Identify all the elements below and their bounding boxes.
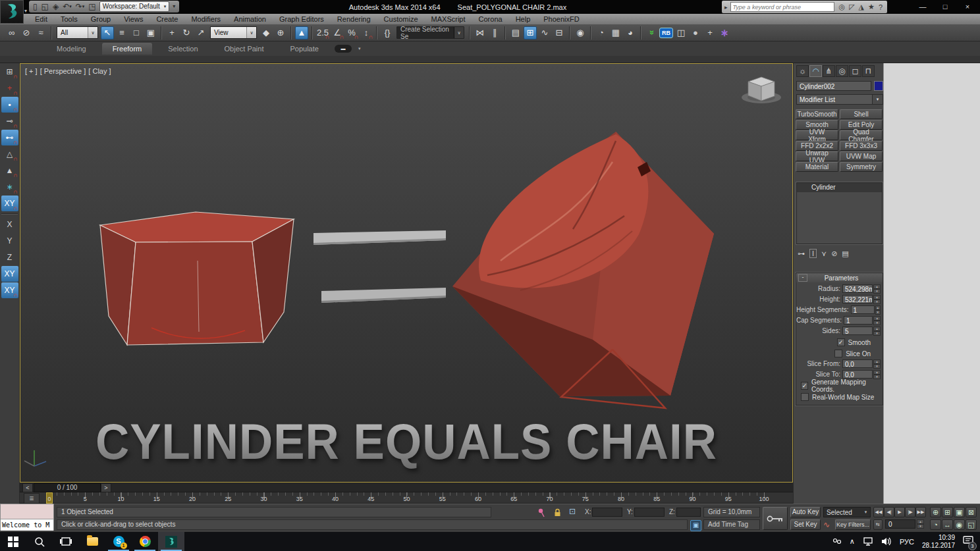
sides-field[interactable]: 5 <box>842 327 873 335</box>
menu-rendering[interactable]: Rendering <box>331 14 377 24</box>
go-to-end-button[interactable]: ▶▶ <box>915 507 926 517</box>
command-tab-motion[interactable]: ◎ <box>836 65 848 77</box>
absolute-offset-toggle[interactable]: ⊡ <box>569 507 576 516</box>
play-animation-button[interactable]: ▶ <box>894 507 905 517</box>
height-segments-field[interactable]: 1 <box>851 305 875 314</box>
axis-constraint-xy-button[interactable]: XY <box>1 266 18 282</box>
next-frame-button[interactable]: |▶ <box>905 507 915 517</box>
sides-spinner[interactable]: ▴▾ <box>873 327 881 335</box>
ribbon-tab-modeling[interactable]: Modeling <box>46 43 97 55</box>
light-lister-button[interactable]: ◫ <box>674 26 688 39</box>
project-folder-icon[interactable]: ◳ <box>88 1 95 13</box>
chrome-button[interactable] <box>132 532 158 551</box>
time-tag-cube-icon[interactable]: ▣ <box>690 520 701 531</box>
search-icon[interactable]: ◎ <box>837 3 848 11</box>
height-segments-spinner[interactable]: ▴▾ <box>875 305 881 314</box>
pin-stack-icon[interactable]: ⊶ <box>798 249 805 258</box>
render-setup-button[interactable]: ◔ <box>595 26 608 39</box>
collapse-icon[interactable]: - <box>798 274 807 282</box>
close-button[interactable]: × <box>956 0 979 13</box>
rendered-frame-window-button[interactable]: ▦ <box>609 26 622 39</box>
ribbon-tab-populate[interactable]: Populate <box>279 43 329 55</box>
axis-constraint-z-button[interactable]: Z <box>1 249 18 265</box>
menu-edit[interactable]: Edit <box>29 14 53 24</box>
bind-to-space-warp-button[interactable]: ≈ <box>34 26 47 39</box>
snap-endpoint-button[interactable]: ⊸∩ <box>1 113 18 129</box>
slice-from-field[interactable]: 0,0 <box>842 359 873 368</box>
orbit-button[interactable]: ◉ <box>954 519 965 530</box>
select-and-scale-button[interactable]: ↗ <box>194 26 207 39</box>
modifier-uvw-xform-button[interactable]: UVW Xform <box>796 130 838 140</box>
new-file-icon[interactable]: ▯ <box>33 1 38 13</box>
language-indicator[interactable]: РУС <box>900 538 914 546</box>
snaps-toggle-button[interactable]: 2.5∩ <box>316 26 329 39</box>
snap-frozen-button[interactable]: ∗∩ <box>1 179 18 195</box>
snap-face-button[interactable]: △∩ <box>1 146 18 162</box>
unlink-selection-button[interactable]: ⊘ <box>20 26 33 39</box>
chevron-down-icon[interactable]: ▾ <box>358 46 361 51</box>
go-to-start-button[interactable]: ◀◀ <box>873 507 884 517</box>
schematic-view-button[interactable]: ⊟ <box>553 26 566 39</box>
ribbon-tab-object-paint[interactable]: Object Paint <box>214 43 275 55</box>
modifier-quad-chamfer-button[interactable]: Quad Chamfer <box>840 130 883 140</box>
perspective-viewport[interactable]: [ + ] [ Perspective ] [ Clay ] <box>20 63 793 483</box>
configure-modifier-sets-icon[interactable]: ▤ <box>842 249 848 258</box>
command-tab-utilities[interactable]: ⊓ <box>862 65 875 77</box>
percent-snap-button[interactable]: %∩ <box>345 26 358 39</box>
menu-help[interactable]: Help <box>510 14 537 24</box>
radius-field[interactable]: 524,298m <box>842 284 873 293</box>
start-button[interactable] <box>0 532 26 551</box>
cap-segments-field[interactable]: 1 <box>844 316 873 325</box>
favorites-icon[interactable]: ★ <box>866 3 877 11</box>
radius-spinner[interactable]: ▴▾ <box>873 284 881 293</box>
menu-corona[interactable]: Corona <box>473 14 508 24</box>
angle-snap-button[interactable]: ∠∩ <box>331 26 344 39</box>
next-frame-arrow[interactable]: > <box>101 483 111 492</box>
save-file-icon[interactable]: ◈ <box>53 1 59 13</box>
height-spinner[interactable]: ▴▾ <box>873 295 881 303</box>
selection-filter-dropdown[interactable]: All∨ <box>57 26 98 39</box>
menu-phoenixfd[interactable]: PhoenixFD <box>537 14 585 24</box>
toolbar-options-chevron-icon[interactable]: ▾ <box>173 1 175 13</box>
snap-xy-button[interactable]: XY∩ <box>1 196 18 211</box>
rollout-header[interactable]: - Parameters <box>796 273 883 282</box>
show-end-result-icon[interactable]: I <box>809 249 817 258</box>
maximize-button[interactable]: □ <box>934 0 956 13</box>
menu-views[interactable]: Views <box>118 14 149 24</box>
snap-grid-button[interactable]: ⊞∩ <box>1 64 18 80</box>
redo-icon[interactable]: ↷▾ <box>76 1 85 13</box>
clock[interactable]: 10:39 28.12.2017 <box>922 534 955 550</box>
scene-explorer-button[interactable]: ⊞ <box>524 26 537 39</box>
real-world-map-size-checkbox[interactable] <box>801 393 809 401</box>
modifier-unwrap-uvw-button[interactable]: Unwrap UVW <box>796 151 838 161</box>
manage-layers-button[interactable]: ▤ <box>509 26 522 39</box>
railclone-button[interactable]: RB <box>659 26 673 39</box>
menu-modifiers[interactable]: Modifiers <box>185 14 227 24</box>
edit-named-selection-sets-button[interactable]: {} <box>381 26 394 39</box>
minimize-button[interactable]: — <box>912 0 934 13</box>
communication-center-icon[interactable]: ◮ <box>857 3 866 11</box>
tray-chevron-icon[interactable]: ∧ <box>850 537 855 546</box>
auto-key-button[interactable]: Auto Key <box>790 507 821 517</box>
use-pivot-point-center-button[interactable]: ◆ <box>259 26 273 39</box>
ribbon-config-button[interactable]: ▬ <box>335 45 352 53</box>
app-menu-chevron-icon[interactable]: ▾ <box>24 8 27 14</box>
modifier-uvw-map-button[interactable]: UVW Map <box>840 151 883 161</box>
menu-create[interactable]: Create <box>150 14 184 24</box>
maximize-viewport-toggle-button[interactable]: ◱ <box>966 519 977 530</box>
height-field[interactable]: 532,221m <box>842 295 873 303</box>
command-tab-create[interactable]: ☼ <box>796 65 809 77</box>
rectangular-selection-region-button[interactable]: □ <box>130 26 143 39</box>
select-object-button[interactable]: ↖ <box>101 26 114 39</box>
menu-maxscript[interactable]: MAXScript <box>425 14 472 24</box>
menu-animation[interactable]: Animation <box>228 14 272 24</box>
current-frame-field[interactable]: 0 <box>885 519 915 529</box>
modifier-list-dropdown[interactable]: Modifier List ▾ <box>796 94 883 105</box>
isolate-selection-icon[interactable] <box>537 508 545 519</box>
snap-face-solid-button[interactable]: ▲∩ <box>1 163 18 178</box>
selection-set-keying-dropdown[interactable]: Selected▾ <box>823 507 871 517</box>
menu-group[interactable]: Group <box>85 14 117 24</box>
ribbon-tab-freeform[interactable]: Freeform <box>102 43 153 55</box>
select-and-move-button[interactable]: + <box>165 26 178 39</box>
key-filters-button[interactable]: Key Filters... <box>835 519 871 530</box>
